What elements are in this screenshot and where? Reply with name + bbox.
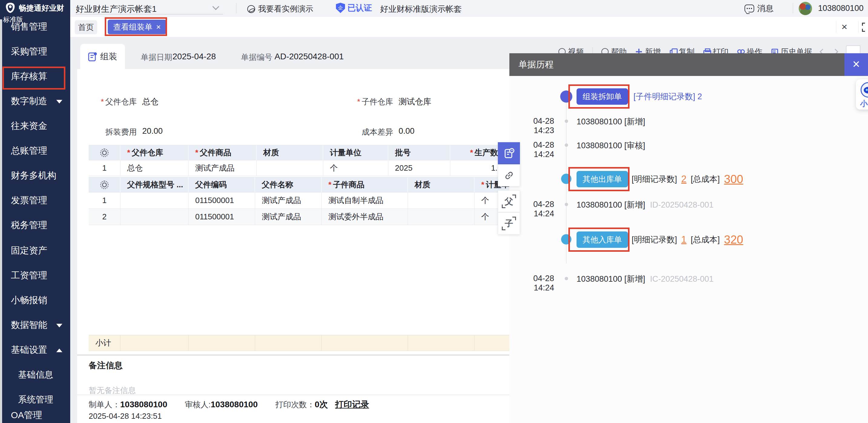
other-outbound-badge[interactable]: 其他出库单: [577, 171, 628, 187]
gear-icon: [100, 180, 109, 189]
divider: [793, 3, 793, 13]
cost-value-link[interactable]: 300: [724, 173, 743, 186]
th-material: 材质: [408, 177, 474, 192]
child-detail-records-link[interactable]: [子件明细记录数] 2: [633, 88, 702, 105]
timeline-dot-icon: [565, 143, 568, 147]
sidebar-item-basic-info[interactable]: 基础信息: [0, 366, 70, 383]
entry-text: 1038080100 [新增]IC-20250428-001: [577, 273, 714, 285]
tab-assembly[interactable]: 组装: [80, 44, 125, 69]
doc-history-panel: 单据历程 × 组装拆卸单 [子件明细记录数] 2 04-28 14:23 103…: [509, 53, 868, 423]
parent-doc-button[interactable]: 父: [498, 190, 520, 213]
sidebar-item-system-management[interactable]: 系统管理: [0, 391, 70, 408]
doc-date-value[interactable]: 2025-04-28: [173, 52, 216, 61]
print-log-link[interactable]: 打印记录: [335, 399, 369, 410]
chevron-down-icon: [56, 324, 62, 327]
assembly-doc-icon: [88, 52, 97, 61]
user-id[interactable]: 1038080100: [818, 4, 864, 13]
related-docs-button[interactable]: [498, 164, 520, 186]
sidebar-item-finance-multi-org[interactable]: 财务多机构: [0, 167, 70, 184]
column-settings-button[interactable]: [89, 145, 120, 160]
assembly-disassembly-badge[interactable]: 组装拆卸单: [577, 88, 628, 105]
records-label: [明细记录数]: [632, 174, 677, 185]
th-parent-product: 父件商品: [189, 145, 257, 160]
created-time: 2025-04-28 14:23:51: [89, 412, 162, 421]
demo-icon: [247, 5, 255, 13]
th-material: 材质: [257, 145, 323, 160]
chevron-down-icon: [56, 100, 62, 103]
tab-home[interactable]: 首页: [75, 20, 97, 34]
child-warehouse-label: 子件仓库: [316, 97, 393, 107]
tab-view-assembly-order[interactable]: 查看组装单 ×: [108, 20, 166, 34]
entry-time: 04-28 14:24: [513, 274, 554, 293]
cost-value-link[interactable]: 320: [724, 233, 743, 246]
sidebar-item-payroll[interactable]: 工资管理: [0, 267, 70, 284]
sidebar: 畅捷通好业财 标准版 销售管理 采购管理 库存核算 数字制造 往来资金 总账管理…: [0, 0, 70, 423]
column-settings-button[interactable]: [89, 177, 120, 192]
entry-doc-ref: ID-20250428-001: [650, 200, 714, 209]
sidebar-item-purchase[interactable]: 采购管理: [0, 43, 70, 60]
subtotal-label: 小计: [89, 335, 120, 351]
row-index: 1: [89, 160, 120, 176]
doc-history-icon: [504, 148, 515, 159]
doc-history-button[interactable]: [498, 142, 520, 164]
history-entry: 04-28 14:24 1038080100 [新增]ID-20250428-0…: [509, 198, 868, 210]
timeline-node: [561, 234, 571, 245]
fullscreen-icon[interactable]: [862, 23, 868, 32]
th-batch: 批号: [388, 145, 451, 160]
entry-doc-ref: IC-20250428-001: [650, 274, 714, 284]
demo-link[interactable]: 我要看实例演示: [247, 4, 313, 14]
th-child-product: 子件商品: [322, 177, 408, 192]
timeline-node: [560, 91, 572, 103]
avatar[interactable]: [799, 2, 812, 15]
sidebar-item-data-intelligence[interactable]: 数据智能: [0, 317, 70, 333]
parent-warehouse-value[interactable]: 总仓: [142, 96, 159, 107]
link-icon: [504, 170, 515, 181]
cell-parent-code: 011500001: [189, 192, 255, 209]
remarks-title: 备注信息: [89, 360, 123, 371]
cell-material: [408, 209, 474, 225]
sidebar-item-digital-manufacturing[interactable]: 数字制造: [0, 93, 70, 109]
cell-parent-name: 测试产成品: [255, 192, 322, 209]
records-value-link[interactable]: 1: [681, 234, 686, 245]
sidebar-item-tax[interactable]: 税务管理: [0, 217, 70, 234]
assistant-widget[interactable]: 小畅: [856, 79, 868, 109]
outbound-meta: [明细记录数] 2 [总成本] 300: [632, 171, 743, 187]
close-icon[interactable]: ×: [841, 21, 847, 33]
message-bubble-icon: [745, 4, 754, 12]
assembly-fee-value[interactable]: 20.00: [142, 127, 163, 136]
row-index: 1: [89, 192, 120, 209]
other-inbound-badge[interactable]: 其他入库单: [577, 231, 628, 248]
cell-child-product: 测试委外半成品: [322, 209, 408, 225]
sidebar-item-basic-settings[interactable]: 基础设置: [0, 341, 70, 358]
sidebar-item-fixed-assets[interactable]: 固定资产: [0, 242, 70, 259]
panel-close-button[interactable]: ×: [844, 53, 868, 76]
sidebar-item-general-ledger[interactable]: 总账管理: [0, 142, 70, 159]
account-set-selector[interactable]: 好业财生产演示帐套1: [76, 3, 215, 15]
app-window: 畅捷通好业财 标准版 销售管理 采购管理 库存核算 数字制造 往来资金 总账管理…: [0, 0, 868, 423]
records-label: [明细记录数]: [632, 234, 677, 245]
records-value-link[interactable]: 2: [681, 174, 686, 185]
child-warehouse-value[interactable]: 测试仓库: [399, 96, 431, 107]
sidebar-item-current-funds[interactable]: 往来资金: [0, 118, 70, 134]
doc-number-value[interactable]: AD-20250428-001: [275, 52, 344, 61]
corner-bracket-icon: [513, 195, 516, 198]
child-doc-button[interactable]: 子: [498, 213, 520, 234]
divider: [836, 21, 836, 33]
sidebar-item-inventory-accounting[interactable]: 库存核算: [0, 68, 70, 85]
side-toolbar: 父 子: [498, 142, 520, 234]
subtotal-row: 小计: [89, 335, 515, 351]
tab-bar: 首页 查看组装单 × ×: [70, 17, 868, 37]
parent-glyph: 父: [505, 196, 513, 207]
row-index: 2: [89, 209, 120, 225]
assembly-fee-label: 拆装费用: [77, 127, 137, 137]
sidebar-item-sales[interactable]: 销售管理: [0, 18, 70, 35]
cost-variance-value[interactable]: 0.00: [399, 127, 415, 136]
close-icon[interactable]: ×: [156, 22, 161, 32]
auditor-value: 1038080100: [211, 400, 258, 410]
certified-badge[interactable]: 企 已认证: [336, 2, 372, 13]
sidebar-item-oa[interactable]: OA管理: [0, 406, 70, 423]
messages-button[interactable]: 消息: [745, 3, 774, 14]
sidebar-item-xiaochang-expense[interactable]: 小畅报销: [0, 292, 70, 308]
sidebar-item-invoice[interactable]: 发票管理: [0, 192, 70, 209]
print-count-value: 0次: [315, 399, 328, 410]
